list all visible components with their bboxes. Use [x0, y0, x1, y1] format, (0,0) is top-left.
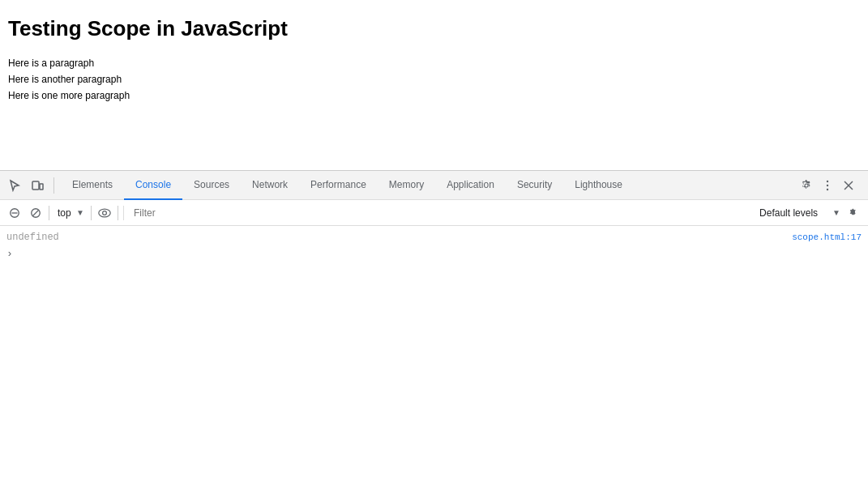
device-toolbar-icon[interactable]	[28, 176, 47, 195]
page-title: Testing Scope in JavaScript	[8, 16, 860, 41]
eye-icon[interactable]	[96, 205, 113, 221]
console-divider-1	[49, 206, 49, 220]
tab-elements[interactable]: Elements	[61, 171, 124, 200]
tab-lighthouse[interactable]: Lighthouse	[563, 171, 634, 200]
tab-security[interactable]: Security	[506, 171, 563, 200]
levels-arrow-icon: ▼	[832, 208, 840, 217]
paragraph-2: Here is another paragraph	[8, 74, 860, 85]
inspect-element-icon[interactable]	[5, 176, 24, 195]
devtools-panel: Elements Console Sources Network Perform…	[0, 170, 868, 490]
levels-selector[interactable]: Default levels ▼	[756, 206, 840, 220]
console-source-ref[interactable]: scope.html:17	[792, 232, 862, 242]
svg-point-11	[99, 209, 110, 217]
console-output-value: undefined	[6, 232, 59, 243]
filter-wrapper	[123, 206, 745, 220]
svg-point-4	[827, 188, 828, 190]
tab-memory[interactable]: Memory	[378, 171, 435, 200]
tab-performance[interactable]: Performance	[299, 171, 378, 200]
console-divider-2	[91, 206, 92, 220]
toolbar-divider-1	[53, 177, 54, 194]
svg-point-12	[103, 211, 107, 215]
context-selector[interactable]: top ▼	[54, 206, 86, 220]
svg-rect-0	[32, 181, 39, 190]
svg-point-3	[827, 184, 828, 185]
filter-input[interactable]	[130, 206, 745, 220]
tab-network[interactable]: Network	[241, 171, 299, 200]
tab-console[interactable]: Console	[124, 171, 182, 200]
clear-console-icon[interactable]	[6, 205, 23, 221]
svg-rect-1	[40, 184, 43, 190]
devtools-toolbar: Elements Console Sources Network Perform…	[0, 171, 868, 200]
console-divider-3	[118, 206, 118, 220]
paragraph-3: Here is one more paragraph	[8, 90, 860, 101]
console-output: undefined scope.html:17 ›	[0, 226, 868, 490]
context-select-input[interactable]: top	[54, 206, 86, 220]
more-options-icon[interactable]	[818, 176, 837, 195]
settings-icon[interactable]	[797, 176, 816, 195]
console-toolbar: top ▼ Default levels ▼	[0, 200, 868, 226]
close-devtools-icon[interactable]	[839, 176, 858, 195]
levels-label[interactable]: Default levels	[756, 206, 832, 220]
devtools-tabs: Elements Console Sources Network Perform…	[61, 171, 793, 200]
paragraph-1: Here is a paragraph	[8, 58, 860, 69]
page-content: Testing Scope in JavaScript Here is a pa…	[0, 0, 868, 170]
tab-application[interactable]: Application	[435, 171, 506, 200]
block-icon[interactable]	[28, 205, 44, 221]
toolbar-right-icons	[797, 176, 863, 195]
svg-point-2	[827, 180, 828, 181]
svg-line-10	[33, 210, 39, 215]
tab-sources[interactable]: Sources	[182, 171, 241, 200]
console-prompt-row[interactable]: ›	[0, 245, 868, 262]
console-settings-icon[interactable]	[845, 205, 862, 221]
prompt-arrow-icon: ›	[6, 248, 13, 260]
console-output-line: undefined scope.html:17	[0, 229, 868, 245]
